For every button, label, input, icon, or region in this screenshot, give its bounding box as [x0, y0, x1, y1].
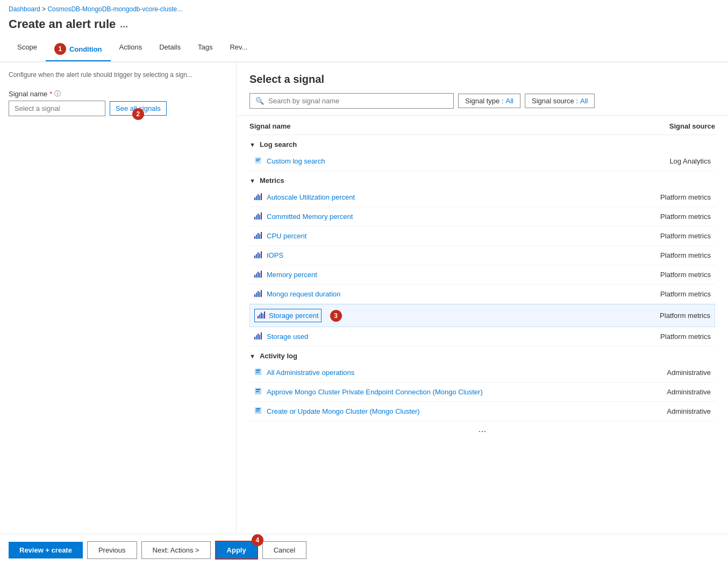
apply-button[interactable]: Apply — [215, 541, 258, 560]
svg-rect-16 — [259, 234, 260, 239]
signal-name-custom-log: Custom log search — [254, 156, 325, 166]
previous-button[interactable]: Previous — [87, 541, 137, 559]
svg-rect-22 — [261, 251, 262, 258]
storage-percent-selected-indicator: Storage percent — [254, 309, 322, 322]
bottom-bar: Review + create Previous Next: Actions >… — [0, 534, 728, 566]
signal-row-autoscale[interactable]: Autoscale Utilization percent Platform m… — [249, 188, 715, 207]
chevron-metrics: ▼ — [249, 178, 255, 184]
metric-icon-cpu — [254, 231, 262, 241]
svg-rect-41 — [259, 335, 260, 339]
required-marker: * — [49, 90, 52, 98]
group-activity-log[interactable]: ▼ Activity log — [249, 346, 715, 363]
metric-icon-iops — [254, 250, 262, 260]
svg-rect-3 — [254, 197, 255, 200]
signal-name-input[interactable] — [9, 101, 105, 116]
right-panel: Select a signal 🔍 Signal type : All Sign… — [237, 62, 728, 534]
svg-rect-44 — [256, 370, 260, 371]
svg-rect-11 — [259, 215, 260, 220]
page-title-bar: Create an alert rule ... — [0, 15, 728, 38]
tab-actions[interactable]: Actions — [111, 38, 151, 61]
signal-row-iops[interactable]: IOPS Platform metrics — [249, 246, 715, 265]
breadcrumb-resource[interactable]: CosmosDB-MongoDB-mongodb-vcore-cluste... — [47, 5, 182, 13]
tab-condition[interactable]: 1 Condition — [46, 38, 111, 61]
svg-rect-29 — [256, 293, 257, 297]
svg-rect-26 — [259, 273, 260, 278]
page-title-text: Create an alert rule — [9, 17, 116, 31]
signal-row-create-update-mongo[interactable]: Create or Update Mongo Cluster (Mongo Cl… — [249, 402, 715, 421]
breadcrumb-dashboard[interactable]: Dashboard — [9, 5, 40, 13]
activity-icon-create-update-mongo — [254, 406, 262, 416]
svg-rect-12 — [261, 213, 262, 220]
svg-rect-37 — [264, 312, 265, 319]
svg-rect-18 — [254, 256, 255, 258]
metric-icon-committed-memory — [254, 211, 262, 222]
signal-row-approve-mongo[interactable]: Approve Mongo Cluster Private Endpoint C… — [249, 383, 715, 402]
tab-condition-badge: 1 — [54, 43, 66, 55]
group-log-search-label: Log search — [260, 140, 297, 148]
signal-input-row: See all signals 2 — [9, 101, 227, 116]
tab-tags[interactable]: Tags — [189, 38, 221, 61]
group-activity-log-label: Activity log — [260, 352, 297, 360]
signal-row-memory[interactable]: Memory percent Platform metrics — [249, 265, 715, 285]
signal-row-cpu[interactable]: CPU percent Platform metrics — [249, 227, 715, 246]
log-search-icon — [254, 156, 262, 166]
group-log-search[interactable]: ▼ Log search — [249, 135, 715, 152]
tab-scope[interactable]: Scope — [9, 38, 46, 61]
svg-rect-13 — [254, 236, 255, 239]
signal-row-storage-used[interactable]: Storage used Platform metrics — [249, 327, 715, 346]
svg-rect-35 — [261, 313, 262, 319]
tab-review[interactable]: Rev... — [221, 38, 256, 61]
panel-header: Select a signal 🔍 Signal type : All Sign… — [237, 62, 728, 116]
svg-rect-6 — [259, 195, 260, 200]
search-icon: 🔍 — [255, 97, 264, 105]
svg-rect-19 — [256, 254, 257, 258]
svg-rect-23 — [254, 275, 255, 278]
svg-rect-28 — [254, 294, 255, 297]
svg-rect-2 — [256, 160, 259, 161]
breadcrumb-sep: > — [42, 5, 47, 13]
svg-rect-31 — [259, 292, 260, 297]
signal-row-custom-log-search[interactable]: Custom log search Log Analytics — [249, 152, 715, 171]
tab-details[interactable]: Details — [151, 38, 189, 61]
tabs-bar: Scope 1 Condition Actions Details Tags R… — [0, 38, 728, 62]
panel-title: Select a signal — [249, 73, 715, 86]
signal-row-all-admin[interactable]: All Administrative operations Administra… — [249, 363, 715, 383]
metric-icon-storage-used — [254, 331, 262, 342]
group-metrics-label: Metrics — [260, 176, 284, 185]
svg-rect-1 — [256, 159, 260, 160]
signal-type-filter[interactable]: Signal type : All — [458, 94, 520, 108]
review-create-button[interactable]: Review + create — [9, 542, 83, 558]
chevron-activity-log: ▼ — [249, 353, 255, 359]
svg-rect-9 — [256, 215, 257, 220]
step4-badge: 4 — [252, 534, 263, 546]
activity-icon-approve-mongo — [254, 387, 262, 397]
svg-rect-24 — [256, 273, 257, 278]
svg-rect-25 — [258, 272, 259, 278]
svg-rect-21 — [259, 253, 260, 258]
breadcrumb: Dashboard > CosmosDB-MongoDB-mongodb-vco… — [0, 0, 728, 15]
svg-rect-38 — [254, 337, 255, 339]
search-filter-row: 🔍 Signal type : All Signal source : All — [249, 93, 715, 109]
signal-row-storage-percent[interactable]: Storage percent 3 Platform metrics — [249, 304, 715, 327]
chevron-log-search: ▼ — [249, 142, 255, 148]
col-signal-source: Signal source — [669, 122, 715, 130]
next-actions-button[interactable]: Next: Actions > — [141, 541, 211, 559]
condition-subtitle: Configure when the alert rule should tri… — [9, 71, 227, 79]
cancel-button[interactable]: Cancel — [262, 541, 306, 559]
svg-rect-33 — [258, 316, 259, 319]
svg-rect-4 — [256, 196, 257, 200]
group-metrics[interactable]: ▼ Metrics — [249, 171, 715, 188]
svg-rect-36 — [262, 314, 263, 319]
info-icon[interactable]: ⓘ — [54, 89, 61, 98]
page-title-more[interactable]: ... — [120, 19, 128, 30]
svg-rect-50 — [256, 408, 260, 409]
metric-icon-memory — [254, 270, 262, 280]
signal-row-committed-memory[interactable]: Committed Memory percent Platform metric… — [249, 207, 715, 227]
metric-icon-storage-percent — [257, 310, 266, 321]
search-input[interactable] — [268, 97, 448, 105]
svg-rect-47 — [256, 389, 260, 390]
scroll-more-indicator: ··· — [249, 421, 715, 441]
step3-badge: 3 — [330, 310, 342, 322]
signal-source-filter[interactable]: Signal source : All — [525, 94, 595, 108]
signal-row-mongo-request[interactable]: Mongo request duration Platform metrics — [249, 285, 715, 304]
